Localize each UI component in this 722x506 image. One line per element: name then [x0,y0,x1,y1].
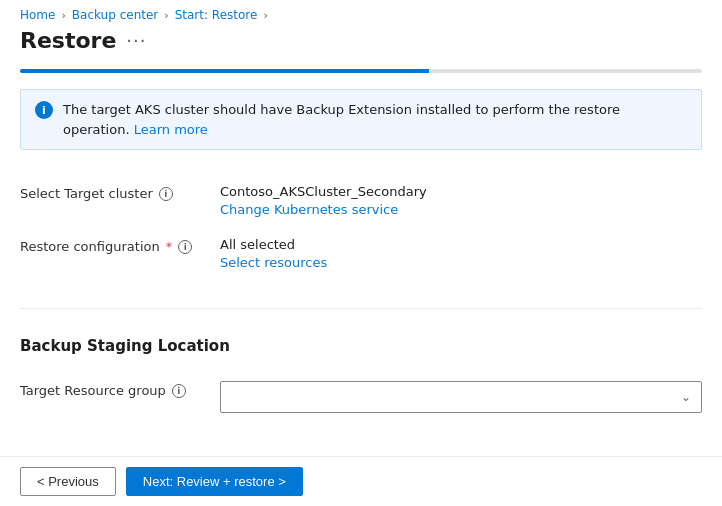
target-rg-dropdown-area: ⌄ [220,381,702,413]
breadcrumb-start-restore[interactable]: Start: Restore [175,8,258,22]
restore-config-value-area: All selected Select resources [220,237,702,270]
required-star: * [166,239,173,254]
progress-bar [20,69,702,73]
footer-bar: < Previous Next: Review + restore > [0,456,722,506]
learn-more-link[interactable]: Learn more [134,122,208,137]
target-cluster-value: Contoso_AKSCluster_Secondary [220,184,702,199]
backup-staging-section: Backup Staging Location Target Resource … [20,329,702,423]
breadcrumb-home[interactable]: Home [20,8,55,22]
select-resources-link[interactable]: Select resources [220,255,702,270]
next-button[interactable]: Next: Review + restore > [126,467,303,496]
target-cluster-info-icon[interactable]: i [159,187,173,201]
info-icon: i [35,101,53,119]
target-rg-row: Target Resource group i ⌄ [20,371,702,423]
target-cluster-row: Select Target cluster i Contoso_AKSClust… [20,174,702,227]
restore-config-value: All selected [220,237,702,252]
target-cluster-label: Select Target cluster [20,186,153,201]
target-rg-info-icon[interactable]: i [172,384,186,398]
restore-config-label: Restore configuration [20,239,160,254]
change-k8s-link[interactable]: Change Kubernetes service [220,202,702,217]
target-rg-label: Target Resource group [20,383,166,398]
restore-config-row: Restore configuration * i All selected S… [20,227,702,280]
page-title: Restore [20,28,116,53]
target-rg-dropdown[interactable]: ⌄ [220,381,702,413]
breadcrumb: Home › Backup center › Start: Restore › [20,0,702,28]
form-section: Select Target cluster i Contoso_AKSClust… [20,174,702,280]
restore-config-info-icon[interactable]: i [178,240,192,254]
progress-bar-fill [20,69,429,73]
target-cluster-value-area: Contoso_AKSCluster_Secondary Change Kube… [220,184,702,217]
info-banner: i The target AKS cluster should have Bac… [20,89,702,150]
more-options-icon[interactable]: ··· [126,30,146,51]
breadcrumb-backup-center[interactable]: Backup center [72,8,158,22]
chevron-down-icon: ⌄ [681,390,691,404]
backup-staging-title: Backup Staging Location [20,329,702,355]
previous-button[interactable]: < Previous [20,467,116,496]
section-divider [20,308,702,309]
